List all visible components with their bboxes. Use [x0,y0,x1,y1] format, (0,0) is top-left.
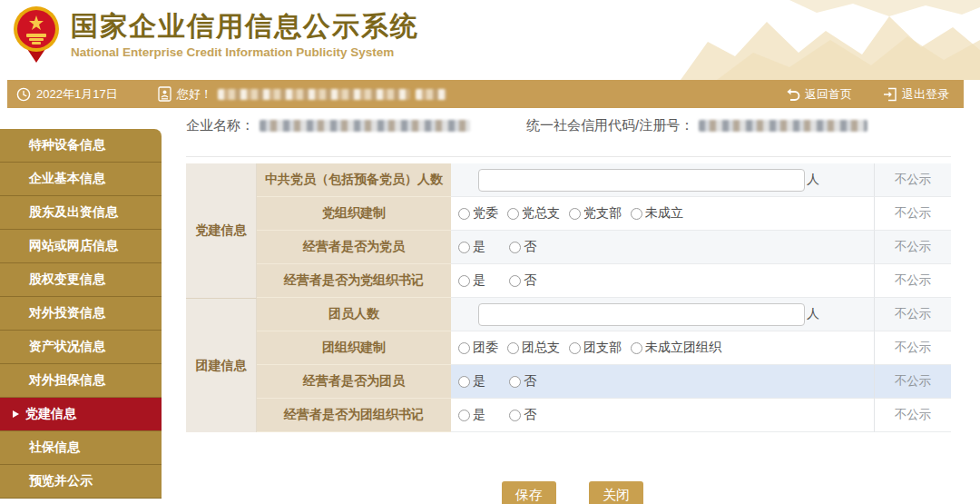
national-emblem-logo [13,5,60,64]
radio-option[interactable]: 否 [509,239,536,255]
sidebar-item-active[interactable]: 党建信息 [0,398,162,431]
radio-option[interactable]: 否 [509,272,536,289]
radio-circle-icon[interactable] [458,376,470,388]
row-label: 经营者是否为党组织书记 [257,264,451,298]
sidebar-item[interactable]: 对外投资信息 [0,297,162,331]
radio-option[interactable]: 团委 [458,340,498,356]
logout-icon [883,87,897,102]
radio-option[interactable]: 团总支 [507,340,560,356]
clock-icon [16,87,31,102]
publicity-status: 不公示 [874,298,951,331]
party-group-cell: 党建信息 [186,163,257,298]
publicity-status: 不公示 [874,231,951,264]
radio-option[interactable]: 党委 [458,205,498,222]
active-arrow-icon [13,410,19,418]
sidebar-item-label: 社保信息 [29,440,80,456]
company-name-label: 企业名称： [186,117,254,134]
radio-option-label: 未成立团组织 [645,340,721,356]
radio-circle-icon[interactable] [631,342,642,354]
radio-option[interactable]: 是 [458,407,485,423]
radio-circle-icon[interactable] [509,376,521,388]
sidebar-item-label: 党建信息 [25,406,76,422]
back-home-link[interactable]: 返回首页 [785,86,852,103]
radio-option-label: 党支部 [583,205,622,222]
radio-option[interactable]: 团支部 [569,340,622,356]
radio-circle-icon[interactable] [458,410,470,421]
sidebar-item-label: 特种设备信息 [29,137,105,153]
radio-circle-icon[interactable] [458,208,470,220]
row-label: 经营者是否为团组织书记 [257,399,451,432]
row-label: 经营者是否为党员 [257,231,451,264]
radio-option[interactable]: 未成立团组织 [631,340,721,356]
user-name-redacted [218,89,410,100]
company-info-line: 企业名称： 统一社会信用代码/注册号： [186,125,951,157]
row-label: 经营者是否为团员 [257,365,451,399]
radio-circle-icon[interactable] [631,208,642,220]
row-label: 团员人数 [257,298,451,331]
radio-option-label: 是 [473,272,485,289]
radio-circle-icon[interactable] [507,208,519,220]
date-text: 2022年1月17日 [36,86,118,103]
party-member-count-input[interactable] [478,169,805,192]
radio-option[interactable]: 是 [458,239,485,255]
radio-circle-icon[interactable] [509,242,521,253]
sidebar-item[interactable]: 股权变更信息 [0,263,162,297]
title-block: 国家企业信用信息公示系统 National Enterprise Credit … [71,11,419,59]
user-name-redacted-2 [416,89,446,100]
radio-option[interactable]: 是 [458,373,485,390]
site-header: 国家企业信用信息公示系统 National Enterprise Credit … [0,0,980,80]
league-member-count-input[interactable] [478,303,805,326]
radio-circle-icon[interactable] [509,410,521,421]
sidebar-item[interactable]: 企业基本信息 [0,163,162,196]
sidebar-item[interactable]: 预览并公示 [0,465,162,499]
row-content: 是否 [451,231,874,264]
league-group-cell: 团建信息 [186,298,257,432]
radio-option-label: 否 [524,239,536,255]
unit-label: 人 [807,306,819,322]
sidebar-item-label: 股权变更信息 [29,272,105,288]
id-card-icon [158,86,172,102]
sidebar-item-label: 对外担保信息 [29,372,105,389]
radio-option[interactable]: 党支部 [569,205,622,222]
radio-option[interactable]: 未成立 [631,205,683,222]
sidebar-item[interactable]: 网站或网店信息 [0,230,162,263]
row-content: 人 [451,298,874,331]
radio-option[interactable]: 否 [509,373,536,390]
radio-option-label: 未成立 [645,205,683,222]
radio-option-label: 是 [473,373,485,390]
radio-circle-icon[interactable] [458,242,470,253]
radio-option[interactable]: 否 [509,407,536,423]
radio-circle-icon[interactable] [458,275,470,287]
sidebar-item[interactable]: 对外担保信息 [0,364,162,398]
radio-option-label: 否 [524,407,536,423]
radio-option-label: 否 [524,272,536,289]
sidebar-item[interactable]: 社保信息 [0,431,162,465]
radio-circle-icon[interactable] [569,208,581,220]
sidebar-item-label: 企业基本信息 [29,171,105,187]
sidebar-item-label: 股东及出资信息 [29,204,118,221]
sidebar-item[interactable]: 特种设备信息 [0,129,162,163]
radio-option-label: 团总支 [522,340,560,356]
radio-circle-icon[interactable] [507,342,519,354]
radio-option[interactable]: 党总支 [507,205,560,222]
logout-link[interactable]: 退出登录 [883,86,949,103]
sidebar-item[interactable]: 资产状况信息 [0,331,162,364]
publicity-status: 不公示 [874,163,951,197]
row-content: 是否 [451,365,874,399]
radio-circle-icon[interactable] [569,342,581,354]
company-name-redacted [260,120,470,132]
radio-option-label: 是 [473,407,485,423]
radio-option[interactable]: 是 [458,272,485,289]
row-content: 是否 [451,399,874,432]
row-content: 团委团总支团支部未成立团组织 [451,331,874,365]
greeting-text: 您好！ [177,86,212,103]
radio-circle-icon[interactable] [458,342,470,354]
row-label: 党组织建制 [257,197,451,231]
publicity-status: 不公示 [874,264,951,298]
radio-circle-icon[interactable] [509,275,521,287]
close-button[interactable]: 关闭 [589,481,643,504]
form-actions: 保存 关闭 [502,481,643,504]
save-button[interactable]: 保存 [502,481,556,504]
sidebar-item[interactable]: 股东及出资信息 [0,196,162,230]
back-arrow-icon [785,87,800,101]
